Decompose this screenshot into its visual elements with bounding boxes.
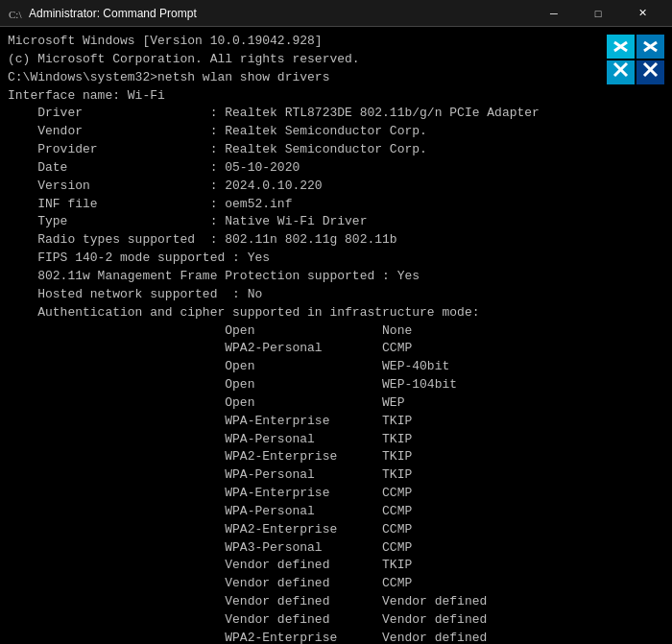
terminal-line: Authentication and cipher supported in i… — [8, 304, 664, 322]
terminal-output: Microsoft Windows [Version 10.0.19042.92… — [8, 33, 664, 644]
terminal-line: WPA3-Personal CCMP — [8, 539, 664, 558]
terminal-line: Date : 05-10-2020 — [8, 159, 664, 178]
terminal-line: Vendor : Realtek Semiconductor Corp. — [8, 123, 664, 141]
terminal-line: WPA2-Personal CCMP — [8, 340, 664, 358]
terminal-line: C:\Windows\system32>netsh wlan show driv… — [8, 69, 664, 87]
terminal-line: WPA-Enterprise CCMP — [8, 485, 664, 503]
terminal-line: Vendor defined Vendor defined — [8, 611, 664, 630]
terminal-line: Version : 2024.0.10.220 — [8, 178, 664, 196]
window-controls: ─ □ ✕ — [532, 0, 664, 27]
terminal-line: Vendor defined TKIP — [8, 557, 664, 575]
svg-rect-5 — [636, 60, 664, 84]
terminal-line: Open WEP — [8, 394, 664, 413]
terminal-line: WPA2-Enterprise CCMP — [8, 521, 664, 539]
terminal-line: WPA2-Enterprise Vendor defined — [8, 630, 664, 644]
terminal-line: WPA2-Enterprise TKIP — [8, 448, 664, 466]
terminal-line: Vendor defined CCMP — [8, 575, 664, 593]
brand-logo — [607, 35, 664, 84]
terminal-line: Driver : Realtek RTL8723DE 802.11b/g/n P… — [8, 105, 664, 123]
svg-text:C:\: C:\ — [9, 9, 22, 20]
terminal-line: Type : Native Wi-Fi Driver — [8, 213, 664, 231]
terminal-line: Open WEP-104bit — [8, 376, 664, 394]
terminal-line: WPA-Enterprise TKIP — [8, 413, 664, 431]
terminal-line: Radio types supported : 802.11n 802.11g … — [8, 231, 664, 250]
terminal-line: 802.11w Management Frame Protection supp… — [8, 268, 664, 286]
terminal-line: Microsoft Windows [Version 10.0.19042.92… — [8, 33, 664, 51]
terminal-line: WPA-Personal CCMP — [8, 503, 664, 521]
terminal-line: FIPS 140-2 mode supported : Yes — [8, 250, 664, 268]
terminal-line: Provider : Realtek Semiconductor Corp. — [8, 141, 664, 159]
terminal-line: Interface name: Wi-Fi — [8, 87, 664, 106]
svg-rect-4 — [607, 60, 635, 84]
terminal-line: Hosted network supported : No — [8, 286, 664, 304]
terminal-body: Microsoft Windows [Version 10.0.19042.92… — [0, 27, 672, 644]
terminal-line: INF file : oem52.inf — [8, 196, 664, 214]
title-bar: C:\ Administrator: Command Prompt ─ □ ✕ — [0, 0, 672, 27]
close-button[interactable]: ✕ — [620, 0, 664, 27]
terminal-line: WPA-Personal TKIP — [8, 466, 664, 485]
terminal-line: WPA-Personal TKIP — [8, 431, 664, 449]
terminal-line: Open None — [8, 322, 664, 341]
maximize-button[interactable]: □ — [576, 0, 620, 27]
minimize-button[interactable]: ─ — [532, 0, 576, 27]
terminal-line: Vendor defined Vendor defined — [8, 593, 664, 611]
terminal-line: Open WEP-40bit — [8, 358, 664, 376]
cmd-icon: C:\ — [8, 6, 23, 21]
terminal-line: (c) Microsoft Corporation. All rights re… — [8, 51, 664, 69]
window-title: Administrator: Command Prompt — [29, 7, 532, 20]
